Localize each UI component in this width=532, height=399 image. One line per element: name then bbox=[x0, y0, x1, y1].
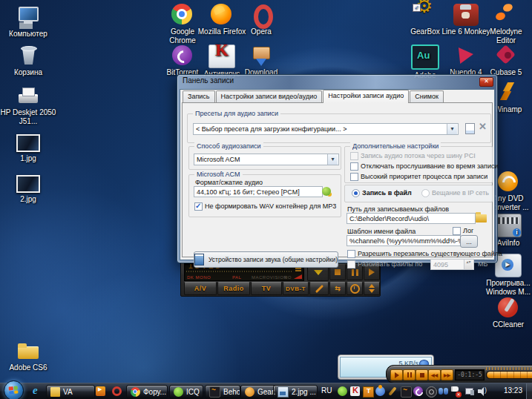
desktop-icon-download[interactable]: Download bbox=[236, 44, 286, 77]
kaspersky-tray-icon[interactable] bbox=[350, 386, 360, 396]
player-play-button[interactable] bbox=[390, 369, 403, 380]
desktop-icon-adobe-cs6[interactable]: Adobe CS6 bbox=[0, 340, 56, 372]
pen-tray-icon[interactable] bbox=[388, 386, 396, 396]
desktop-icon-1jpg[interactable]: 1.jpg bbox=[0, 131, 56, 163]
template-more-button[interactable]: ... bbox=[460, 235, 478, 248]
ip-broadcast-label[interactable]: Вещание в IP сеть bbox=[432, 189, 489, 197]
image-icon bbox=[278, 386, 289, 398]
tab-snapshot[interactable]: Снимок bbox=[410, 90, 444, 102]
channel-updown-button[interactable] bbox=[364, 282, 380, 295]
desktop-icon-2jpg[interactable]: 2.jpg bbox=[0, 171, 56, 204]
play-icon bbox=[395, 372, 399, 378]
player-forward-button[interactable]: ▶▶ bbox=[441, 369, 453, 380]
taskbar-button-gearbox[interactable]: Gear... bbox=[240, 385, 276, 399]
recycle-bin-icon bbox=[16, 44, 41, 67]
sound-device-button[interactable]: Устройство записи звука (общие настройки… bbox=[194, 251, 338, 268]
format-field[interactable]: 44,100 кГц; 16 бит; Стерео [PCM] bbox=[194, 186, 323, 197]
show-desktop-button[interactable] bbox=[526, 383, 532, 399]
record-to-file-label[interactable]: Запись в файл bbox=[362, 189, 412, 197]
ip-broadcast-radio[interactable] bbox=[421, 189, 430, 197]
tab-audio-settings[interactable]: Настройки записи аудио bbox=[323, 90, 409, 103]
log-checkbox[interactable] bbox=[453, 227, 461, 235]
pci-checkbox[interactable] bbox=[350, 152, 358, 160]
volume-slider[interactable] bbox=[486, 371, 532, 379]
player-rewind-button[interactable]: ◀◀ bbox=[428, 369, 441, 380]
wav-checkbox-label[interactable]: Не формировать WAV контейнер для MP3 bbox=[205, 202, 336, 210]
window-titlebar[interactable]: Панель записи ✕ bbox=[177, 75, 497, 88]
overwrite-checkbox-label[interactable]: Разрешить перезапись существующего файла bbox=[358, 250, 502, 257]
start-button[interactable] bbox=[4, 380, 24, 399]
priority-checkbox[interactable] bbox=[350, 173, 358, 181]
volume-fill[interactable] bbox=[487, 372, 532, 378]
split-size-spinner[interactable]: 4095 bbox=[430, 259, 474, 270]
browse-folder-icon[interactable] bbox=[476, 214, 487, 222]
binoculars-tray-icon[interactable] bbox=[439, 386, 448, 396]
desktop-icon-ccleaner[interactable]: CCleaner bbox=[482, 297, 532, 329]
settings-wrench-button[interactable] bbox=[309, 282, 329, 295]
desktop-icon-cubase[interactable]: Cubase 5 bbox=[481, 44, 531, 77]
priority-checkbox-label[interactable]: Высокий приоритет процесса при записи bbox=[361, 173, 487, 180]
format-config-icon[interactable] bbox=[322, 187, 331, 196]
beholder-tray-icon[interactable] bbox=[401, 386, 412, 398]
template-field[interactable]: %channel% (%yy%%%mm%%dd%-%hh%%nn% bbox=[347, 235, 461, 246]
taskbar-button-label: ICQ bbox=[186, 388, 200, 396]
method-value: Microsoft ACM bbox=[197, 156, 240, 163]
desktop-icon-hp-printer[interactable]: HP Deskjet 2050 J51... bbox=[0, 85, 56, 126]
icq-tray-icon[interactable] bbox=[338, 386, 347, 396]
tab-video-audio-settings[interactable]: Настройки записи видео/аудио bbox=[216, 90, 323, 102]
punto-tray-icon[interactable] bbox=[363, 386, 374, 398]
language-indicator[interactable]: RU bbox=[321, 386, 332, 395]
log-checkbox-label[interactable]: Лог bbox=[463, 227, 473, 234]
tv-mode-button[interactable]: TV bbox=[251, 282, 282, 295]
taskbar-button-2jpg[interactable]: 2.jpg ... bbox=[273, 385, 318, 399]
split-checkbox-label[interactable]: Разбивать файлы по bbox=[358, 260, 422, 268]
record-to-file-radio[interactable] bbox=[352, 189, 360, 197]
tab-record[interactable]: Запись bbox=[183, 90, 215, 102]
play-icon bbox=[369, 268, 375, 276]
volume-tray-icon[interactable]: ) bbox=[477, 386, 487, 396]
action-center-flag-icon[interactable] bbox=[451, 386, 461, 396]
swap-icon: ⇆ bbox=[335, 285, 341, 292]
split-checkbox[interactable] bbox=[347, 260, 355, 268]
tuner-status-audio: DK MONO bbox=[187, 275, 211, 280]
taskbar-button-forum[interactable]: Фору... bbox=[126, 385, 168, 399]
download-master-tray-icon[interactable] bbox=[375, 386, 385, 396]
status-circle-tray-icon[interactable] bbox=[426, 386, 437, 398]
opera-quicklaunch-icon[interactable] bbox=[112, 386, 122, 396]
av-mode-button[interactable]: A/V bbox=[184, 282, 217, 295]
photo-thumbnail-icon bbox=[16, 134, 40, 152]
taskbar-button-label: VA bbox=[63, 388, 73, 396]
save-preset-icon[interactable] bbox=[465, 123, 475, 134]
dvbt-mode-button[interactable]: DVB-T bbox=[283, 282, 309, 295]
audio-method-combobox[interactable]: Microsoft ACM bbox=[194, 154, 339, 165]
desktop-icon-recycle-bin[interactable]: Корзина bbox=[0, 44, 56, 77]
vol-down-icon bbox=[314, 270, 323, 275]
player-pause-button[interactable] bbox=[403, 369, 416, 380]
network-tray-icon[interactable] bbox=[464, 386, 474, 396]
player-stop-button[interactable] bbox=[416, 369, 428, 380]
icon-label: Корзина bbox=[0, 68, 56, 77]
desktop-icon-computer[interactable]: Компьютер bbox=[0, 6, 56, 39]
overwrite-checkbox[interactable] bbox=[347, 250, 355, 258]
path-field[interactable]: C:\Beholder\Record\Audio\ bbox=[347, 213, 476, 224]
bittorrent-tray-icon[interactable] bbox=[413, 386, 423, 396]
desktop-icon-opera[interactable]: Opera bbox=[236, 4, 286, 36]
desktop-icon-melodyne[interactable]: Melodyne Editor bbox=[481, 4, 531, 45]
taskbar-button-icq[interactable]: ICQ bbox=[169, 385, 203, 399]
pci-checkbox-label[interactable]: Запись аудио потока через шину PCI bbox=[361, 152, 476, 159]
taskbar-clock[interactable]: 13:23 bbox=[504, 386, 522, 395]
taskbar-button-va[interactable]: VA bbox=[46, 385, 95, 399]
mute-checkbox[interactable] bbox=[350, 162, 358, 171]
radio-mode-button[interactable]: Radio bbox=[217, 282, 250, 295]
preset-combobox[interactable]: < Выбор пресета для загрузки конфигураци… bbox=[193, 123, 459, 135]
wmp-quicklaunch-icon[interactable] bbox=[96, 386, 105, 396]
windows-flag-icon bbox=[9, 386, 19, 394]
wav-checkbox[interactable] bbox=[194, 202, 203, 211]
swap-button[interactable]: ⇆ bbox=[329, 282, 346, 295]
delete-preset-icon[interactable]: ✕ bbox=[479, 121, 487, 132]
internet-explorer-icon[interactable]: e bbox=[33, 384, 38, 397]
mute-checkbox-label[interactable]: Отключать прослушивание во время записи bbox=[361, 162, 498, 170]
timer-button[interactable] bbox=[347, 282, 363, 295]
taskbar-button-beholder[interactable]: Beho... bbox=[205, 385, 240, 399]
close-button[interactable]: ✕ bbox=[479, 77, 493, 87]
